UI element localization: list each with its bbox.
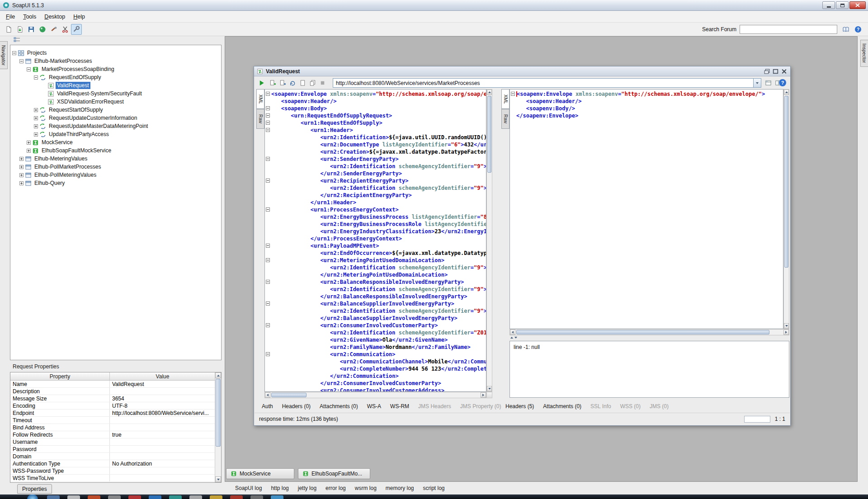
menu-help[interactable]: Help <box>69 12 89 22</box>
response-xml-editor[interactable]: <soapenv:Envelope xmlns:soapenv="http://… <box>509 89 783 329</box>
property-row-domain[interactable]: Domain <box>10 453 221 460</box>
import-project-icon[interactable] <box>14 24 25 35</box>
menu-file[interactable]: File <box>2 12 19 22</box>
add-to-mockservice-icon[interactable] <box>278 79 287 87</box>
forum-book-icon[interactable] <box>840 24 851 35</box>
toggle-expand-icon[interactable] <box>34 132 38 137</box>
maximize-window-button[interactable] <box>772 68 779 75</box>
save-all-icon[interactable] <box>26 24 37 35</box>
add-to-testcase-icon[interactable] <box>269 79 277 87</box>
xml-line[interactable]: <urn1:RequestEndOfSupply> <box>265 119 486 127</box>
close-window-button[interactable] <box>781 68 788 75</box>
taskbar-app-icon[interactable] <box>88 495 100 499</box>
collapse-down-icon[interactable] <box>514 337 517 339</box>
toggle-expand-icon[interactable] <box>19 157 24 161</box>
xml-line[interactable]: <urn2:Identification schemeAgencyIdentif… <box>265 163 486 170</box>
maximize-button[interactable] <box>836 1 849 9</box>
fold-collapse-icon[interactable] <box>266 352 270 356</box>
navigator-tab[interactable]: Navigator <box>0 41 8 69</box>
property-row-name[interactable]: NameValidRequest <box>10 381 221 388</box>
toggle-expand-icon[interactable] <box>34 116 38 120</box>
clone-request-icon[interactable] <box>308 79 316 87</box>
xml-line[interactable]: <urn2:SenderEnergyParty> <box>265 155 486 163</box>
collapse-up-icon[interactable] <box>510 337 513 339</box>
log-tab-memory-log[interactable]: memory log <box>382 483 418 493</box>
xml-line[interactable]: <urn2:Communication> <box>265 351 486 358</box>
tree-item-projects[interactable]: Projects <box>10 49 221 57</box>
xml-line[interactable]: <urn2:Identification schemeAgencyIdentif… <box>265 307 486 315</box>
scroll-up-icon[interactable] <box>215 372 221 378</box>
toggle-expand-icon[interactable] <box>27 141 31 145</box>
property-row-message-size[interactable]: Message Size3654 <box>10 395 221 402</box>
fold-collapse-icon[interactable] <box>266 323 270 327</box>
tree-item-xsdvalidationerrorrequest[interactable]: XSDValidationErrorRequest <box>10 98 221 106</box>
tree-item-elhub-pollmeteringvalues[interactable]: Elhub-PollMeteringValues <box>10 171 221 179</box>
close-button[interactable] <box>849 1 866 9</box>
scroll-up-icon[interactable] <box>784 89 789 95</box>
tree-item-requeststartofsupply[interactable]: RequestStartOfSupply <box>10 106 221 114</box>
tree-item-marketprocessessoapbinding[interactable]: MarketProcessesSoapBinding <box>10 65 221 73</box>
toggle-collapse-icon[interactable] <box>12 51 16 55</box>
xml-line[interactable]: <urn2:Creation>${=javax.xml.datatype.Dat… <box>265 148 486 155</box>
xml-line[interactable]: <urn2:EnergyBusinessProcessRole listAgen… <box>265 221 486 228</box>
minimized-window-mockservice[interactable]: MockService <box>226 468 294 479</box>
properties-scrollbar[interactable] <box>215 372 221 482</box>
search-forum-input[interactable] <box>740 25 837 34</box>
taskbar-app-icon[interactable] <box>210 495 222 499</box>
request-vertical-scrollbar[interactable] <box>486 89 492 392</box>
fold-collapse-icon[interactable] <box>266 280 270 284</box>
taskbar-app-icon[interactable] <box>250 495 263 499</box>
property-row-wss-password-type[interactable]: WSS-Password Type <box>10 467 221 475</box>
property-row-username[interactable]: Username <box>10 438 221 446</box>
property-row-encoding[interactable]: EncodingUTF-8 <box>10 402 221 410</box>
property-row-description[interactable]: Description <box>10 388 221 395</box>
scroll-left-icon[interactable] <box>510 330 515 335</box>
xml-line[interactable]: <urn2:BalanceResponsibleInvolvedEnergyPa… <box>265 278 486 286</box>
request-tab-headers-0[interactable]: Headers (0) <box>278 401 315 411</box>
fold-collapse-icon[interactable] <box>266 92 270 96</box>
xml-line[interactable]: <urn2:Identification>${=java.util.UUID.r… <box>265 134 486 141</box>
taskbar-app-icon[interactable] <box>169 495 182 499</box>
editor-tab-raw[interactable]: Raw <box>256 109 264 129</box>
inspector-tab[interactable]: Inspector <box>860 40 868 67</box>
request-horizontal-scrollbar[interactable] <box>264 392 486 398</box>
property-row-authentication-type[interactable]: Authentication TypeNo Authorization <box>10 460 221 467</box>
taskbar-app-icon[interactable] <box>128 495 141 499</box>
xml-line[interactable]: <urn2:ConsumerInvolvedCustomerAddress> <box>265 387 486 392</box>
help-button[interactable]: ? <box>778 79 787 87</box>
xml-line[interactable]: <soapenv:Envelope xmlns:soapenv="http://… <box>510 90 783 98</box>
response-tab-headers-5[interactable]: Headers (5) <box>501 401 538 411</box>
toggle-expand-icon[interactable] <box>34 124 38 128</box>
log-tab-http-log[interactable]: http log <box>267 483 292 493</box>
help-icon[interactable]: ? <box>853 24 863 35</box>
scroll-right-icon[interactable] <box>783 330 789 335</box>
xml-line[interactable]: <urn2:Identification schemeAgencyIdentif… <box>265 286 486 293</box>
xml-line[interactable]: </urn2:BalanceSupplierInvolvedEnergyPart… <box>265 315 486 322</box>
taskbar-app-icon[interactable] <box>108 495 121 499</box>
new-workspace-icon[interactable] <box>3 24 14 35</box>
log-tab-jetty-log[interactable]: jetty log <box>294 483 321 493</box>
tree-item-elhub-query[interactable]: Elhub-Query <box>10 179 221 187</box>
taskbar-app-icon[interactable] <box>271 495 283 499</box>
request-tab-attachments-0[interactable]: Attachments (0) <box>316 401 362 411</box>
scroll-right-icon[interactable] <box>481 392 486 398</box>
recreate-request-icon[interactable] <box>288 79 297 87</box>
fold-collapse-icon[interactable] <box>266 258 270 262</box>
toggle-expand-icon[interactable] <box>27 149 31 153</box>
xml-line[interactable]: <urn2:Identification schemeAgencyIdentif… <box>265 264 486 271</box>
taskbar-app-icon[interactable] <box>67 495 80 499</box>
tree-item-elhub-meteringvalues[interactable]: Elhub-MeteringValues <box>10 155 221 163</box>
tools-icon[interactable] <box>48 24 59 35</box>
tree-item-requestupdatemasterdatameteringpoint[interactable]: RequestUpdateMasterDataMeteringPoint <box>10 122 221 130</box>
tree-item-elhub-marketprocesses[interactable]: Elhub-MarketProcesses <box>10 57 221 65</box>
request-tab-ws-rm[interactable]: WS-RM <box>386 401 413 411</box>
xml-line[interactable]: </urn2:RecipientEnergyParty> <box>265 192 486 199</box>
chevron-down-icon[interactable] <box>753 79 761 87</box>
xml-line[interactable]: <soapenv:Header/> <box>510 98 783 105</box>
scrollbar-thumb[interactable] <box>271 393 307 397</box>
tab-layout-icon[interactable] <box>764 79 772 87</box>
property-row-bind-address[interactable]: Bind Address <box>10 424 221 431</box>
response-vertical-scrollbar[interactable] <box>783 89 789 329</box>
scrollbar-thumb[interactable] <box>784 96 788 268</box>
taskbar-app-icon[interactable] <box>230 495 243 499</box>
